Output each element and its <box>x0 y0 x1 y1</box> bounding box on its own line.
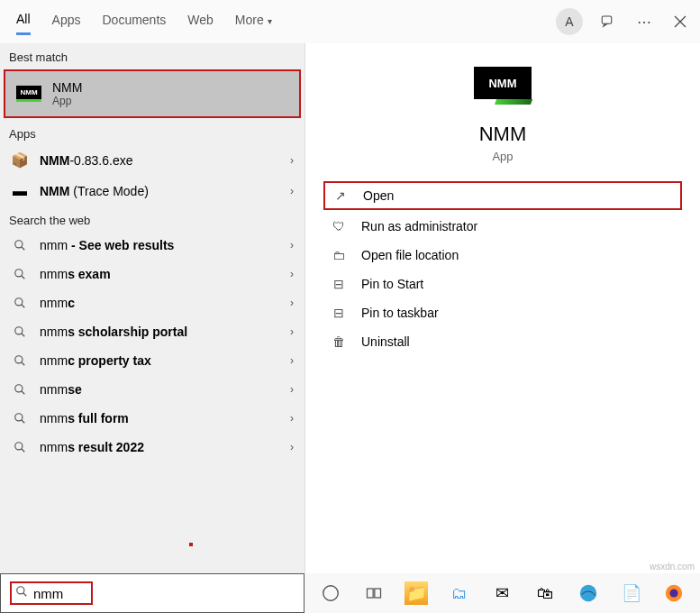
watermark: wsxdn.com <box>650 562 695 572</box>
cortana-icon[interactable] <box>319 581 342 605</box>
chevron-right-icon: › <box>290 185 294 197</box>
chevron-right-icon: › <box>290 412 294 425</box>
chevron-right-icon: › <box>290 268 294 280</box>
web-result-7[interactable]: nmms result 2022› <box>0 433 305 462</box>
web-result-1[interactable]: nmms exam› <box>0 260 305 288</box>
app-icon: 📦 <box>11 151 29 169</box>
best-match-subtitle: App <box>52 95 82 107</box>
main-area: Best match NMM NMM App Apps 📦 NMM-0.83.6… <box>0 43 700 613</box>
results-panel: Best match NMM NMM App Apps 📦 NMM-0.83.6… <box>0 43 305 613</box>
taskview-icon[interactable] <box>362 581 386 605</box>
search-icon <box>11 412 29 425</box>
notepad-icon[interactable]: 📄 <box>620 581 643 605</box>
more-options-icon[interactable]: ⋯ <box>633 11 655 32</box>
apps-label: Apps <box>0 120 305 144</box>
header-bar: All Apps Documents Web More▾ A ⋯ <box>0 0 700 43</box>
tab-documents[interactable]: Documents <box>102 9 166 34</box>
tab-all[interactable]: All <box>16 8 31 35</box>
svg-point-9 <box>17 587 24 594</box>
svg-rect-11 <box>367 589 373 598</box>
svg-rect-0 <box>602 16 612 23</box>
web-result-4[interactable]: nmmc property tax› <box>0 346 305 375</box>
preview-panel: NMM NMM App ↗Open🛡Run as administrator🗀O… <box>305 43 700 613</box>
search-web-label: Search the web <box>0 206 305 231</box>
search-icon <box>11 297 29 309</box>
anomaly-dot <box>189 543 193 546</box>
web-result-3[interactable]: nmms scholarship portal› <box>0 317 305 346</box>
search-window: All Apps Documents Web More▾ A ⋯ Best ma… <box>0 0 700 613</box>
chevron-down-icon: ▾ <box>268 16 272 26</box>
action-icon: ⊟ <box>331 306 347 320</box>
app-result-1[interactable]: ▬ NMM (Trace Mode) › <box>0 176 305 206</box>
svg-point-1 <box>15 241 23 248</box>
action-uninstall[interactable]: 🗑Uninstall <box>323 329 682 354</box>
svg-point-10 <box>323 586 339 601</box>
store-icon[interactable]: 🛍 <box>533 581 557 605</box>
chevron-right-icon: › <box>290 325 294 338</box>
action-icon: 🗀 <box>331 248 347 262</box>
svg-point-13 <box>580 585 596 601</box>
web-result-2[interactable]: nmmc› <box>0 288 305 317</box>
close-icon[interactable] <box>669 11 691 32</box>
svg-point-8 <box>15 443 23 450</box>
action-label: Run as administrator <box>361 219 477 233</box>
preview-title: NMM <box>479 123 527 146</box>
best-match-label: Best match <box>0 43 305 68</box>
tab-apps[interactable]: Apps <box>52 9 81 34</box>
tab-more[interactable]: More▾ <box>235 9 272 34</box>
svg-point-6 <box>15 385 23 392</box>
action-icon: ⊟ <box>331 277 347 291</box>
preview-subtitle: App <box>492 150 513 163</box>
web-result-5[interactable]: nmmse› <box>0 375 305 404</box>
file-explorer-icon[interactable]: 📁 <box>405 581 428 605</box>
action-label: Uninstall <box>361 334 410 349</box>
best-match-title: NMM <box>52 80 82 95</box>
action-icon: ↗ <box>332 188 349 203</box>
app-result-0[interactable]: 📦 NMM-0.83.6.exe › <box>0 144 305 176</box>
search-icon <box>15 585 28 601</box>
filter-tabs: All Apps Documents Web More▾ <box>9 8 272 35</box>
search-icon <box>11 383 29 396</box>
search-input[interactable] <box>33 586 87 601</box>
app-icon: ▬ <box>11 183 29 199</box>
user-avatar[interactable]: A <box>556 8 583 35</box>
best-match-item[interactable]: NMM NMM App <box>4 69 301 118</box>
svg-rect-12 <box>374 589 380 598</box>
nmm-logo-icon: NMM <box>474 67 532 99</box>
search-icon <box>11 441 29 453</box>
mail-icon[interactable]: ✉ <box>491 581 514 605</box>
action-label: Pin to taskbar <box>361 306 439 320</box>
svg-point-7 <box>15 414 23 421</box>
taskbar: 📁 🗂 ✉ 🛍 📄 <box>305 573 700 613</box>
svg-point-4 <box>15 327 23 334</box>
action-open-file-location[interactable]: 🗀Open file location <box>323 242 682 268</box>
edge-icon[interactable] <box>577 581 600 605</box>
nmm-app-icon: NMM <box>16 86 41 102</box>
chevron-right-icon: › <box>290 239 294 252</box>
action-icon: 🛡 <box>331 219 347 233</box>
feedback-icon[interactable] <box>597 11 619 32</box>
action-run-as-administrator[interactable]: 🛡Run as administrator <box>323 214 682 239</box>
action-label: Pin to Start <box>361 277 423 291</box>
app-icon[interactable]: 🗂 <box>448 581 471 605</box>
chevron-right-icon: › <box>290 154 294 167</box>
action-label: Open <box>363 188 394 203</box>
svg-point-5 <box>15 356 23 363</box>
action-label: Open file location <box>361 248 459 262</box>
tab-web[interactable]: Web <box>187 9 214 34</box>
firefox-icon[interactable] <box>662 581 686 605</box>
action-pin-to-taskbar[interactable]: ⊟Pin to taskbar <box>323 300 682 325</box>
chevron-right-icon: › <box>290 297 294 309</box>
search-icon <box>11 268 29 280</box>
web-result-0[interactable]: nmm - See web results› <box>0 231 305 260</box>
chevron-right-icon: › <box>290 354 294 367</box>
chevron-right-icon: › <box>290 441 294 453</box>
action-icon: 🗑 <box>331 334 347 349</box>
search-icon <box>11 239 29 252</box>
svg-point-2 <box>15 270 23 277</box>
search-icon <box>11 325 29 338</box>
action-open[interactable]: ↗Open <box>323 181 682 210</box>
search-bar[interactable] <box>0 573 305 613</box>
action-pin-to-start[interactable]: ⊟Pin to Start <box>323 271 682 297</box>
web-result-6[interactable]: nmms full form› <box>0 404 305 433</box>
